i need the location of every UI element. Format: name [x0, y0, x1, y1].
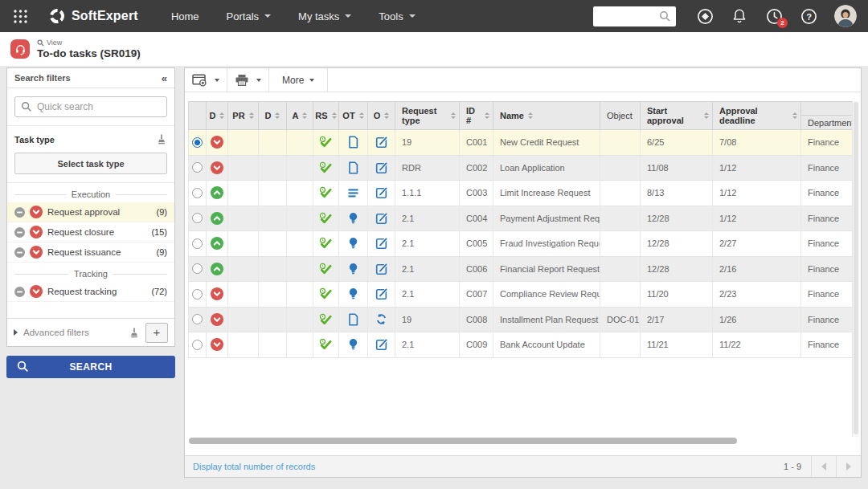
horizontal-scrollbar[interactable] — [189, 438, 850, 446]
radio-button[interactable] — [192, 162, 203, 173]
cell-pr — [228, 130, 259, 155]
edit-action-icon[interactable] — [368, 181, 395, 206]
cell-deadline: 1/12 — [713, 156, 801, 181]
task-filter-request-issuance[interactable]: Request issuance(9) — [7, 242, 174, 263]
column-header-ot[interactable]: OT — [339, 102, 368, 129]
print-dropdown[interactable] — [252, 71, 264, 90]
next-page-button[interactable] — [836, 456, 861, 477]
brand-logo[interactable]: SoftExpert — [48, 7, 138, 25]
radio-button[interactable] — [192, 238, 203, 249]
column-header-type[interactable]: Request type — [395, 102, 460, 129]
cell-name: New Credit Request — [493, 130, 600, 155]
cell-text: 7/08 — [719, 137, 736, 147]
task-filter-request-approval[interactable]: Request approval(9) — [7, 202, 174, 222]
notifications-button[interactable] — [731, 6, 748, 26]
nav-item-home[interactable]: Home — [158, 0, 213, 32]
help-button[interactable]: ? — [800, 6, 817, 26]
cell-text: Finance — [808, 214, 839, 223]
cell-text: 2/23 — [719, 289, 736, 299]
nav-item-portals[interactable]: Portals — [213, 0, 285, 32]
edit-action-icon[interactable] — [368, 231, 395, 256]
vertical-scrollbar[interactable] — [852, 101, 859, 437]
print-button[interactable] — [231, 71, 252, 90]
column-header-o[interactable]: O — [368, 102, 395, 129]
table-row-C009[interactable]: 2.1C009Bank Account Update11/2111/22Fina… — [188, 332, 859, 358]
radio-button[interactable] — [192, 340, 203, 350]
pending-tasks-button[interactable]: 2 — [765, 6, 783, 26]
display-total-records-link[interactable]: Display total number of records — [193, 462, 315, 471]
app-grid-icon[interactable] — [8, 0, 32, 32]
radio-button[interactable] — [192, 289, 203, 300]
column-header-id[interactable]: ID # — [460, 102, 493, 129]
table-row-C008[interactable]: 19C008Installment Plan RequestDOC-012/17… — [188, 308, 859, 333]
nav-item-my-tasks[interactable]: My tasks — [285, 0, 365, 32]
minus-circle-icon — [14, 207, 25, 218]
radio-button[interactable] — [192, 263, 203, 274]
column-header-label: ID # — [466, 106, 481, 125]
cell-dept: Finance — [801, 308, 854, 332]
collapse-sidebar-button[interactable]: « — [162, 72, 167, 84]
minus-circle-icon — [14, 287, 25, 297]
explore-button[interactable] — [696, 6, 714, 26]
radio-button[interactable] — [192, 314, 203, 324]
task-filter-count: (15) — [151, 227, 167, 237]
table-row-C003[interactable]: 1.1.1C003Limit Increase Request8/131/12F… — [188, 181, 859, 206]
column-header-start[interactable]: Start approval — [641, 102, 713, 129]
search-button[interactable]: SEARCH — [6, 356, 175, 378]
edit-action-icon[interactable] — [368, 206, 395, 231]
cell-id: C009 — [460, 332, 493, 357]
radio-button[interactable] — [192, 137, 203, 148]
column-header-label: Request type — [402, 106, 447, 125]
column-header-label: Approval deadline — [719, 106, 788, 125]
table-row-C001[interactable]: 19C001New Credit Request6/257/08Finance — [188, 130, 859, 156]
advanced-filters-toggle[interactable]: Advanced filters — [23, 328, 123, 337]
sync-action-icon[interactable] — [368, 308, 395, 332]
select-task-type-button[interactable]: Select task type — [14, 153, 167, 174]
task-filter-request-closure[interactable]: Request closure(15) — [7, 222, 174, 242]
column-header-pr[interactable]: PR — [228, 102, 259, 129]
column-header-a[interactable]: A — [287, 102, 313, 129]
edit-action-icon[interactable] — [368, 257, 395, 282]
cell-dept: Finance — [801, 332, 854, 357]
column-header-d2[interactable]: D — [259, 102, 287, 129]
clear-filter-icon[interactable] — [156, 133, 167, 145]
sort-icon — [302, 112, 307, 119]
approval-check-icon — [313, 282, 339, 307]
view-magnifier-icon — [37, 39, 44, 47]
column-header-d1[interactable]: D — [207, 102, 228, 129]
user-avatar[interactable] — [834, 5, 857, 27]
edit-action-icon[interactable] — [368, 282, 395, 307]
table-row-C004[interactable]: 2.1C004Payment Adjustment Request12/281/… — [188, 206, 859, 232]
column-header-name[interactable]: Name — [493, 102, 600, 129]
view-data-button[interactable] — [190, 71, 211, 90]
table-row-C006[interactable]: 2.1C006Financial Report Request12/282/16… — [188, 257, 859, 283]
column-header-deadline[interactable]: Approval deadline — [713, 102, 801, 129]
table-row-C005[interactable]: 2.1C005Fraud Investigation Request12/282… — [188, 231, 859, 257]
view-data-dropdown[interactable] — [211, 71, 223, 90]
column-header-object: Object — [600, 102, 641, 129]
cell-type: 1.1.1 — [395, 181, 460, 206]
column-header-label: RS — [315, 111, 327, 120]
advanced-filters-row: Advanced filters + — [7, 318, 174, 346]
vertical-scrollbar-thumb[interactable] — [854, 102, 858, 434]
task-filter-request-tracking[interactable]: Request tracking(72) — [7, 282, 174, 302]
radio-button[interactable] — [192, 213, 203, 223]
previous-page-button[interactable] — [811, 456, 836, 477]
edit-action-icon[interactable] — [368, 332, 395, 357]
horizontal-scrollbar-thumb[interactable] — [189, 438, 737, 444]
clear-filter-icon[interactable] — [129, 327, 140, 339]
quick-search-input[interactable] — [14, 96, 167, 117]
more-button[interactable]: More — [273, 68, 323, 92]
nav-item-tools[interactable]: Tools — [365, 0, 428, 32]
add-filter-button[interactable]: + — [145, 323, 168, 343]
cell-text: 2.1 — [402, 214, 414, 223]
sort-icon — [485, 112, 489, 119]
edit-action-icon[interactable] — [368, 156, 395, 181]
radio-button[interactable] — [192, 188, 203, 198]
approval-check-icon — [313, 206, 339, 231]
table-row-C007[interactable]: 2.1C007Compliance Review Request11/202/2… — [188, 282, 859, 308]
table-row-C002[interactable]: RDRC002Loan Application11/081/12Finance — [188, 156, 859, 181]
column-header-rs[interactable]: RS — [313, 102, 339, 129]
cell-a — [287, 206, 313, 231]
edit-action-icon[interactable] — [368, 130, 395, 155]
